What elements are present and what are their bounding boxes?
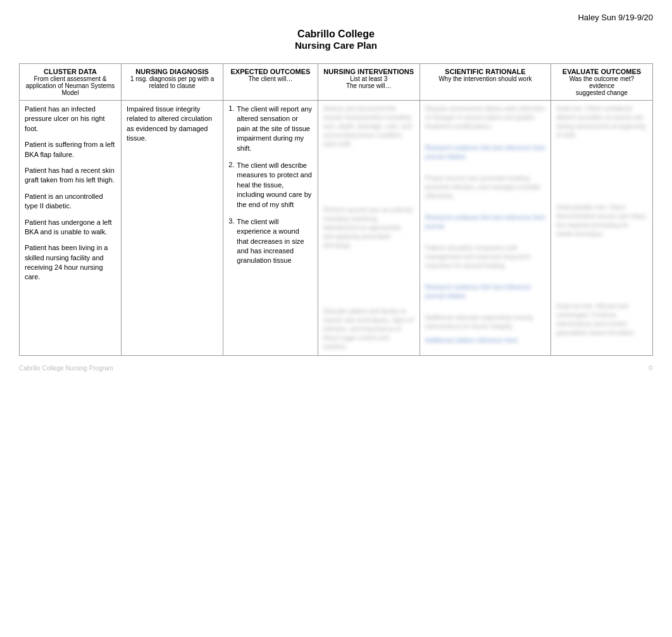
col-header-rationale: SCIENTIFIC RATIONALE Why the interventio… (420, 64, 551, 101)
intervention-blurred-1: Assess and document the wound characteri… (323, 104, 414, 149)
cluster-item-1: Patient has an infected pressure ulcer o… (25, 104, 116, 134)
rationale-blurred-blue-2: Research evidence link text reference he… (425, 213, 545, 231)
col-header-expected: EXPECTED OUTCOMES The client will… (223, 64, 318, 101)
cell-nursing-dx: Impaired tissue integrity related to alt… (121, 101, 223, 356)
rationale-blurred-blue-3: Research evidence link text reference jo… (425, 283, 545, 301)
cluster-item-4: Patient is an uncontrolled type II diabe… (25, 192, 116, 211)
care-plan-table: CLUSTER DATA From client assessment & ap… (19, 63, 653, 356)
page: Haley Sun 9/19-9/20 Cabrillo College Nur… (0, 0, 672, 387)
rationale-blurred-4: Additional rationale supporting nursing … (425, 313, 545, 331)
footer-left: Cabrillo College Nursing Program (19, 365, 113, 372)
author-info: Haley Sun 9/19-9/20 (19, 13, 653, 22)
page-footer: Cabrillo College Nursing Program © (19, 362, 653, 374)
nursing-diagnosis-text: Impaired tissue integrity related to alt… (127, 105, 212, 142)
plan-title: Nursing Care Plan (19, 40, 653, 51)
intervention-blurred-2: Perform wound care as ordered, including… (323, 206, 414, 250)
evaluate-blurred-2: Goal partially met. Client demonstrated … (556, 203, 647, 239)
cell-expected-outcomes: 1. The client will report any altered se… (223, 101, 318, 356)
college-name: Cabrillo College (19, 28, 653, 40)
col-header-nursing-dx: NURSING DIAGNOSIS 1 nsg. diagnosis per p… (121, 64, 223, 101)
expected-outcome-3: 3. The client will experience a wound th… (228, 217, 313, 266)
cell-evaluate-outcomes: Goal met. Client verbalized altered sens… (551, 101, 652, 356)
expected-outcome-1: 1. The client will report any altered se… (228, 104, 313, 153)
footer-right: © (649, 365, 653, 372)
page-header: Cabrillo College Nursing Care Plan (19, 28, 653, 51)
expected-outcomes-list: 1. The client will report any altered se… (228, 104, 313, 266)
intervention-blurred-3: Educate patient and family on wound care… (323, 307, 414, 351)
cell-scientific-rationale: Regular assessment allows early detectio… (420, 101, 551, 356)
cluster-item-6: Patient has been living in a skilled nur… (25, 243, 116, 282)
cluster-item-3: Patient has had a recent skin graft take… (25, 166, 116, 186)
rationale-blurred-2: Proper wound care promotes healing, prev… (425, 174, 545, 201)
cluster-item-5: Patient has undergone a left BKA and is … (25, 218, 116, 237)
author-text: Haley Sun 9/19-9/20 (578, 13, 653, 22)
rationale-blurred-blue-4: Additional citation reference here (425, 336, 545, 345)
cell-cluster-data: Patient has an infected pressure ulcer o… (20, 101, 121, 356)
cluster-item-2: Patient is suffering from a left BKA fla… (25, 140, 116, 160)
table-row: Patient has an infected pressure ulcer o… (20, 101, 653, 356)
col-header-interventions: NURSING INTERVENTIONS List at least 3The… (318, 64, 420, 101)
rationale-blurred-blue-1: Research evidence link text reference he… (425, 144, 545, 161)
expected-outcome-2: 2. The client will describe measures to … (228, 161, 313, 210)
cell-nursing-interventions: Assess and document the wound characteri… (318, 101, 420, 356)
col-header-cluster: CLUSTER DATA From client assessment & ap… (20, 64, 121, 101)
col-header-evaluate: EVALUATE OUTCOMES Was the outcome met?ev… (551, 64, 652, 101)
evaluate-blurred-3: Goal not met. Wound size unchanged. Cont… (556, 302, 647, 337)
rationale-blurred-1: Regular assessment allows early detectio… (425, 104, 545, 131)
evaluate-blurred-1: Goal met. Client verbalized altered sens… (556, 104, 647, 140)
rationale-blurred-3: Patient education empowers self-manageme… (425, 244, 545, 270)
header-row: CLUSTER DATA From client assessment & ap… (20, 64, 653, 101)
